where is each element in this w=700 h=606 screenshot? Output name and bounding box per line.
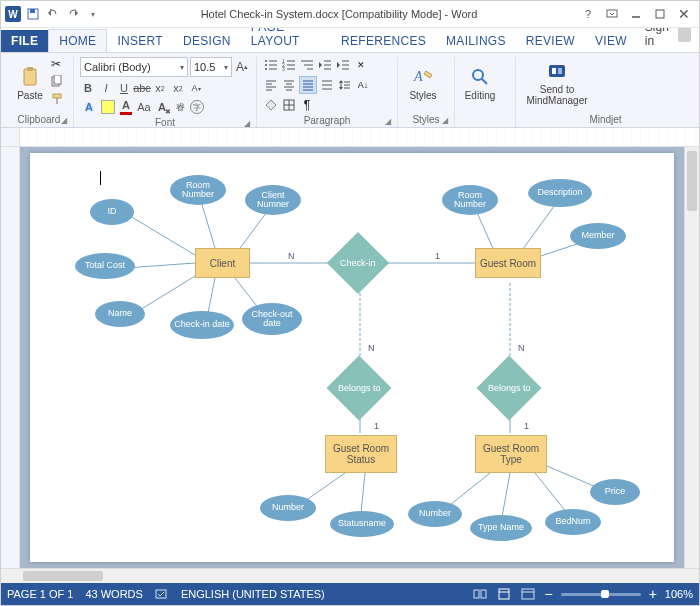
attr-bed-num[interactable]: BedNum — [545, 509, 601, 535]
show-marks-button[interactable]: ¶ — [299, 97, 315, 113]
attr-total-cost[interactable]: Total Cost — [75, 253, 135, 279]
font-size-combo[interactable]: 10.5▾ — [190, 57, 232, 77]
attr-status-number[interactable]: Number — [260, 495, 316, 521]
tab-insert[interactable]: INSERT — [107, 30, 173, 52]
attr-member[interactable]: Member — [570, 223, 626, 249]
italic-button[interactable]: I — [98, 80, 114, 96]
font-family-combo[interactable]: Calibri (Body)▾ — [80, 57, 188, 77]
view-web-button[interactable] — [520, 587, 536, 601]
highlight-button[interactable] — [100, 99, 116, 115]
horizontal-ruler[interactable] — [1, 128, 699, 147]
tab-references[interactable]: REFERENCES — [331, 30, 436, 52]
entity-guest-room[interactable]: Guest Room — [475, 248, 541, 278]
attr-id[interactable]: ID — [90, 199, 134, 225]
help-button[interactable]: ? — [577, 5, 599, 23]
asian-layout-button[interactable]: ✕ — [353, 57, 369, 73]
zoom-out-button[interactable]: − — [544, 586, 552, 602]
tab-file[interactable]: FILE — [1, 30, 48, 52]
paragraph-launcher[interactable]: ◢ — [385, 117, 391, 126]
attr-type-name[interactable]: Type Name — [470, 515, 532, 541]
format-painter-button[interactable] — [51, 93, 65, 107]
attr-description[interactable]: Description — [528, 179, 592, 207]
redo-button[interactable] — [65, 6, 81, 22]
entity-client[interactable]: Client — [195, 248, 250, 278]
bold-button[interactable]: B — [80, 80, 96, 96]
tab-review[interactable]: REVIEW — [516, 30, 585, 52]
attr-price[interactable]: Price — [590, 479, 640, 505]
ribbon-options-button[interactable] — [601, 5, 623, 23]
document-viewport[interactable]: ID Room Number Client Numner Total Cost … — [20, 147, 684, 568]
editing-button[interactable]: Editing — [461, 57, 499, 109]
zoom-value[interactable]: 106% — [665, 588, 693, 600]
attr-name[interactable]: Name — [95, 301, 145, 327]
change-case-button[interactable]: Aa — [136, 99, 152, 115]
horizontal-scrollbar[interactable] — [1, 568, 699, 583]
tab-view[interactable]: VIEW — [585, 30, 637, 52]
attr-status-name[interactable]: Statusname — [330, 511, 394, 537]
multilevel-button[interactable] — [299, 57, 315, 73]
view-print-button[interactable] — [496, 587, 512, 601]
align-center-button[interactable] — [281, 77, 297, 93]
svg-point-13 — [265, 64, 267, 66]
bullets-button[interactable] — [263, 57, 279, 73]
status-language[interactable]: ENGLISH (UNITED STATES) — [181, 588, 325, 600]
clear-format-button[interactable]: A✖ — [154, 99, 170, 115]
tab-home[interactable]: HOME — [48, 29, 107, 52]
status-page[interactable]: PAGE 1 OF 1 — [7, 588, 73, 600]
undo-button[interactable] — [45, 6, 61, 22]
text-effects-button[interactable]: A — [80, 99, 98, 115]
grow-font-button[interactable]: A▴ — [234, 59, 250, 75]
sort-button[interactable]: A↓ — [355, 77, 371, 93]
zoom-slider[interactable] — [561, 593, 641, 596]
numbering-button[interactable]: 123 — [281, 57, 297, 73]
attr-client-number[interactable]: Client Numner — [245, 185, 301, 215]
attr-room-number2[interactable]: Room Number — [442, 185, 498, 215]
view-read-button[interactable] — [472, 587, 488, 601]
zoom-in-button[interactable]: + — [649, 586, 657, 602]
tab-page-layout[interactable]: PAGE LAYOUT — [241, 28, 331, 52]
status-words[interactable]: 43 WORDS — [85, 588, 142, 600]
align-justify-button[interactable] — [299, 76, 317, 94]
shading-button[interactable] — [263, 97, 279, 113]
close-button[interactable]: ✕ — [673, 5, 695, 23]
tab-design[interactable]: DESIGN — [173, 30, 241, 52]
attr-type-number[interactable]: Number — [408, 501, 462, 527]
underline-button[interactable]: U — [116, 80, 132, 96]
increase-indent-button[interactable] — [335, 57, 351, 73]
entity-guest-room-status[interactable]: Guset Room Status — [325, 435, 397, 473]
send-to-mindmanager-button[interactable]: Send to MindManager — [522, 57, 592, 109]
qat-customize-button[interactable]: ▾ — [85, 6, 101, 22]
status-spellcheck-icon[interactable] — [155, 588, 169, 600]
save-button[interactable] — [25, 6, 41, 22]
attr-checkin-date[interactable]: Check-in date — [170, 311, 234, 339]
superscript-button[interactable]: x2 — [170, 80, 186, 96]
line-spacing-button[interactable] — [337, 77, 353, 93]
maximize-button[interactable] — [649, 5, 671, 23]
font-color-button[interactable]: A — [118, 99, 134, 115]
subscript-button[interactable]: x2 — [152, 80, 168, 96]
font-launcher[interactable]: ◢ — [244, 119, 250, 128]
clipboard-launcher[interactable]: ◢ — [61, 116, 67, 125]
align-left-button[interactable] — [263, 77, 279, 93]
shrink-font-button[interactable]: A▾ — [188, 80, 204, 96]
cut-button[interactable]: ✂ — [51, 57, 65, 71]
strikethrough-button[interactable]: abc — [134, 80, 150, 96]
paste-button[interactable]: Paste — [11, 57, 49, 109]
styles-button[interactable]: A Styles — [404, 57, 442, 109]
tab-mailings[interactable]: MAILINGS — [436, 30, 516, 52]
decrease-indent-button[interactable] — [317, 57, 333, 73]
minimize-button[interactable] — [625, 5, 647, 23]
er-diagram: ID Room Number Client Numner Total Cost … — [30, 153, 674, 562]
sign-in-button[interactable]: Sign in — [637, 28, 699, 52]
attr-room-number[interactable]: Room Number — [170, 175, 226, 205]
attr-checkout-date[interactable]: Check-out date — [242, 303, 302, 335]
vertical-ruler[interactable] — [1, 147, 20, 568]
enclose-button[interactable]: 字 — [190, 100, 204, 114]
copy-button[interactable] — [51, 75, 65, 89]
entity-guest-room-type[interactable]: Guest Room Type — [475, 435, 547, 473]
distributed-button[interactable] — [319, 77, 335, 93]
phonetic-button[interactable]: 睿 — [172, 99, 188, 115]
vertical-scrollbar[interactable] — [684, 147, 699, 568]
styles-launcher[interactable]: ◢ — [442, 116, 448, 125]
borders-button[interactable] — [281, 97, 297, 113]
